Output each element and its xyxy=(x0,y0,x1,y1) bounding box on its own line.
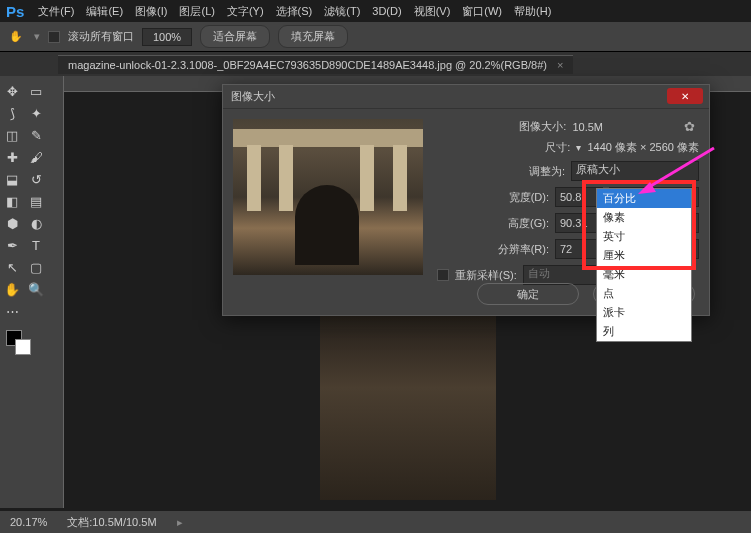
zoom-value[interactable]: 100% xyxy=(142,28,192,46)
stamp-tool-icon[interactable]: ⬓ xyxy=(0,168,24,190)
dropdown-item[interactable]: 点 xyxy=(597,284,691,303)
bg-color[interactable] xyxy=(15,339,31,355)
menu-layer[interactable]: 图层(L) xyxy=(175,2,218,21)
scroll-all-checkbox[interactable] xyxy=(48,31,60,43)
path-tool-icon[interactable]: ↖ xyxy=(0,256,24,278)
ruler-vertical[interactable] xyxy=(48,76,64,508)
res-label: 分辨率(R): xyxy=(498,242,549,257)
dropdown-item[interactable]: 毫米 xyxy=(597,265,691,284)
menu-select[interactable]: 选择(S) xyxy=(272,2,317,21)
pen-tool-icon[interactable]: ✒ xyxy=(0,234,24,256)
more-tools-icon[interactable]: ⋯ xyxy=(0,300,24,322)
dropdown-item[interactable]: 派卡 xyxy=(597,303,691,322)
menu-type[interactable]: 文字(Y) xyxy=(223,2,268,21)
dodge-tool-icon[interactable]: ◐ xyxy=(24,212,48,234)
dialog-title: 图像大小 xyxy=(231,89,275,104)
menu-help[interactable]: 帮助(H) xyxy=(510,2,555,21)
scroll-all-label: 滚动所有窗口 xyxy=(68,29,134,44)
width-label: 宽度(D): xyxy=(509,190,549,205)
size-label: 图像大小: xyxy=(519,119,566,134)
gradient-tool-icon[interactable]: ▤ xyxy=(24,190,48,212)
statusbar: 20.17% 文档:10.5M/10.5M ▸ xyxy=(0,511,751,533)
eraser-tool-icon[interactable]: ◧ xyxy=(0,190,24,212)
menu-filter[interactable]: 滤镜(T) xyxy=(320,2,364,21)
tab-label: magazine-unlock-01-2.3.1008-_0BF29A4EC79… xyxy=(68,59,547,71)
close-icon[interactable]: ✕ xyxy=(667,88,703,104)
dialog-titlebar[interactable]: 图像大小 ✕ xyxy=(223,85,709,109)
close-icon[interactable]: × xyxy=(557,59,563,71)
dropdown-item[interactable]: 列 xyxy=(597,322,691,341)
app-logo: Ps xyxy=(6,3,24,20)
fit-screen-button[interactable]: 适合屏幕 xyxy=(200,25,270,48)
menubar: Ps 文件(F) 编辑(E) 图像(I) 图层(L) 文字(Y) 选择(S) 滤… xyxy=(0,0,751,22)
dim-value: 1440 像素 × 2560 像素 xyxy=(587,140,699,155)
eyedropper-tool-icon[interactable]: ✎ xyxy=(24,124,48,146)
menu-edit[interactable]: 编辑(E) xyxy=(82,2,127,21)
dropdown-item[interactable]: 百分比 xyxy=(597,189,691,208)
dropdown-item[interactable]: 英寸 xyxy=(597,227,691,246)
ok-button[interactable]: 确定 xyxy=(477,283,579,305)
dropdown-item[interactable]: 像素 xyxy=(597,208,691,227)
crop-tool-icon[interactable]: ◫ xyxy=(0,124,24,146)
marquee-tool-icon[interactable]: ▭ xyxy=(24,80,48,102)
fit-select[interactable]: 原稿大小 xyxy=(571,161,699,181)
preview-image xyxy=(233,119,423,275)
toolbox: ✥▭ ⟆✦ ◫✎ ✚🖌 ⬓↺ ◧▤ ⬢◐ ✒T ↖▢ ✋🔍 ⋯ xyxy=(0,76,48,508)
height-label: 高度(G): xyxy=(508,216,549,231)
menu-window[interactable]: 窗口(W) xyxy=(458,2,506,21)
wand-tool-icon[interactable]: ✦ xyxy=(24,102,48,124)
status-doc: 文档:10.5M/10.5M xyxy=(67,515,156,530)
menu-file[interactable]: 文件(F) xyxy=(34,2,78,21)
move-tool-icon[interactable]: ✥ xyxy=(0,80,24,102)
lasso-tool-icon[interactable]: ⟆ xyxy=(0,102,24,124)
unit-dropdown[interactable]: 百分比 像素 英寸 厘米 毫米 点 派卡 列 xyxy=(596,188,692,342)
fg-color[interactable] xyxy=(6,330,22,346)
fit-label: 调整为: xyxy=(529,164,565,179)
menu-view[interactable]: 视图(V) xyxy=(410,2,455,21)
fill-screen-button[interactable]: 填充屏幕 xyxy=(278,25,348,48)
resample-label: 重新采样(S): xyxy=(455,268,517,283)
blur-tool-icon[interactable]: ⬢ xyxy=(0,212,24,234)
resample-checkbox[interactable] xyxy=(437,269,449,281)
menu-image[interactable]: 图像(I) xyxy=(131,2,171,21)
type-tool-icon[interactable]: T xyxy=(24,234,48,256)
brush-tool-icon[interactable]: 🖌 xyxy=(24,146,48,168)
options-bar: ✋ ▾ 滚动所有窗口 100% 适合屏幕 填充屏幕 xyxy=(0,22,751,52)
document-tab[interactable]: magazine-unlock-01-2.3.1008-_0BF29A4EC79… xyxy=(58,55,573,74)
hand-tool-icon[interactable]: ✋ xyxy=(6,28,26,46)
color-swatches[interactable] xyxy=(0,322,48,358)
dropdown-item[interactable]: 厘米 xyxy=(597,246,691,265)
shape-tool-icon[interactable]: ▢ xyxy=(24,256,48,278)
status-zoom[interactable]: 20.17% xyxy=(10,516,47,528)
healing-tool-icon[interactable]: ✚ xyxy=(0,146,24,168)
size-value: 10.5M xyxy=(572,121,603,133)
dim-label: 尺寸: xyxy=(545,140,570,155)
gear-icon[interactable]: ✿ xyxy=(684,119,695,134)
zoom-tool-icon[interactable]: 🔍 xyxy=(24,278,48,300)
hand-tool-icon[interactable]: ✋ xyxy=(0,278,24,300)
history-tool-icon[interactable]: ↺ xyxy=(24,168,48,190)
document-tabs: magazine-unlock-01-2.3.1008-_0BF29A4EC79… xyxy=(0,52,751,76)
menu-3d[interactable]: 3D(D) xyxy=(368,3,405,19)
